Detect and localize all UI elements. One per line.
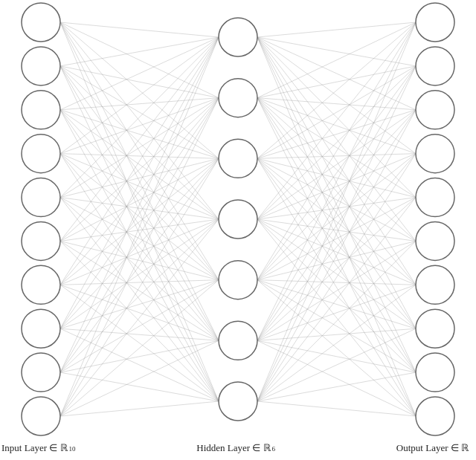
output-layer-label: Output Layer ∈ ℝ: [396, 442, 469, 454]
layer-labels: Input Layer ∈ ℝ10 Hidden Layer ∈ ℝ6 Outp…: [0, 442, 476, 454]
hidden-layer-label: Hidden Layer ∈ ℝ6: [196, 442, 275, 454]
output-layer-text: Output Layer ∈ ℝ: [396, 442, 469, 454]
hidden-layer-sup: 6: [272, 445, 276, 453]
input-layer-label: Input Layer ∈ ℝ10: [1, 442, 76, 454]
input-layer-sup: 10: [69, 445, 76, 453]
hidden-layer-text: Hidden Layer ∈ ℝ: [196, 442, 270, 454]
neural-network-diagram: [0, 0, 476, 438]
input-layer-text: Input Layer ∈ ℝ: [1, 442, 68, 454]
